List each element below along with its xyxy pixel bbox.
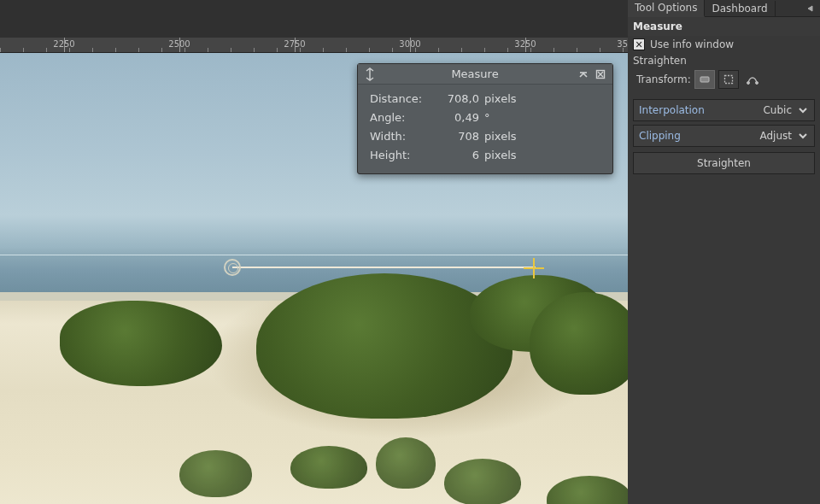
measure-angle-label: Angle: (370, 108, 431, 127)
bush-illustration (444, 459, 521, 504)
measure-angle-unit: ° (484, 108, 604, 127)
svg-point-4 (755, 82, 758, 85)
panel-menu-icon[interactable] (803, 2, 817, 15)
svg-rect-1 (700, 77, 709, 82)
clipping-value: Adjust (759, 130, 792, 142)
measure-distance-value: 708,0 (436, 90, 479, 108)
use-info-window-checkbox[interactable]: ✕ (633, 38, 645, 50)
measure-height-unit: pixels (484, 146, 604, 165)
measure-width-value: 708 (436, 127, 479, 146)
measure-width-label: Width: (370, 127, 431, 146)
svg-point-3 (747, 82, 749, 85)
bush-illustration (60, 301, 222, 386)
clipping-dropdown[interactable]: Clipping Adjust (633, 125, 815, 147)
measure-distance-unit: pixels (484, 90, 604, 108)
measure-line[interactable] (232, 267, 536, 268)
straighten-button[interactable]: Straighten (633, 152, 815, 174)
measure-height-value: 6 (436, 146, 479, 165)
measure-angle-value: 0,49 (436, 108, 479, 127)
bush-illustration (290, 446, 367, 489)
use-info-window-row[interactable]: ✕ Use info window (628, 36, 820, 53)
clipping-label: Clipping (639, 130, 681, 142)
minimize-icon[interactable] (577, 67, 590, 81)
straighten-section-label: Straighten (628, 53, 820, 68)
transform-label: Transform: (636, 73, 691, 85)
measure-icon (363, 67, 377, 81)
measure-end-handle[interactable] (524, 258, 544, 278)
measure-distance-label: Distance: (370, 90, 431, 108)
svg-rect-2 (724, 76, 732, 84)
measure-width-unit: pixels (484, 127, 604, 146)
bush-illustration (179, 450, 252, 497)
measure-panel-titlebar[interactable]: Measure (358, 64, 612, 85)
transform-path-button[interactable] (742, 70, 763, 89)
sidebar-tabs: Tool Options Dashboard (628, 0, 820, 17)
transform-selection-button[interactable] (718, 70, 739, 89)
tab-dashboard[interactable]: Dashboard (705, 1, 775, 16)
tool-options-sidebar: Tool Options Dashboard Measure ✕ Use inf… (628, 0, 820, 504)
tool-options-title: Measure (628, 17, 820, 36)
chevron-down-icon (797, 104, 809, 116)
interpolation-label: Interpolation (639, 104, 705, 116)
chevron-down-icon (797, 130, 809, 142)
interpolation-dropdown[interactable]: Interpolation Cubic (633, 99, 815, 121)
transform-layer-button[interactable] (694, 70, 715, 89)
bush-illustration (256, 273, 512, 419)
close-icon[interactable] (594, 67, 607, 81)
bush-illustration (530, 292, 628, 395)
measure-panel-title: Measure (377, 67, 573, 80)
measure-start-handle[interactable] (224, 259, 241, 276)
tab-tool-options[interactable]: Tool Options (628, 0, 705, 17)
measure-height-label: Height: (370, 146, 431, 165)
interpolation-value: Cubic (763, 104, 792, 116)
ruler-horizontal[interactable]: 2250 2500 2750 3000 3250 3500 (0, 38, 628, 53)
bush-illustration (376, 437, 436, 489)
use-info-window-label: Use info window (650, 38, 734, 50)
measure-info-panel[interactable]: Measure Distance: 708,0 pixels Angle: 0,… (357, 63, 613, 174)
